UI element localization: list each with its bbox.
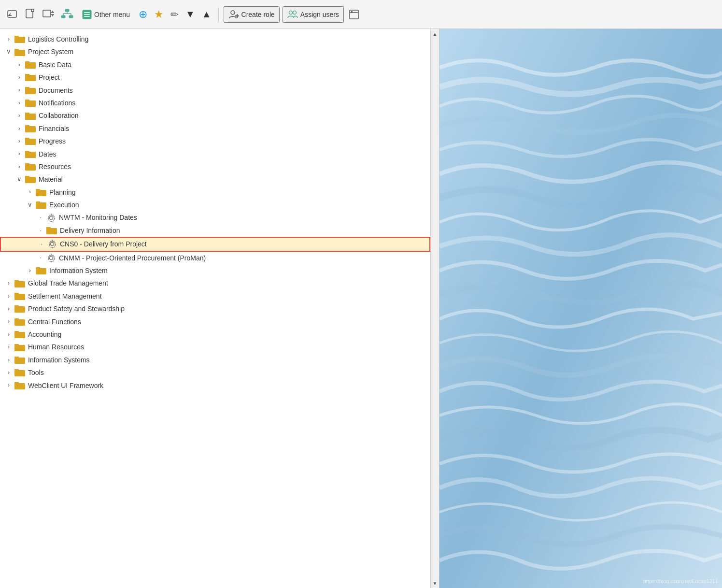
tree-item-global-trade[interactable]: › Global Trade Management	[0, 277, 430, 289]
tree-item-planning[interactable]: › Planning	[0, 186, 430, 199]
tree-item-accounting[interactable]: › Accounting	[0, 328, 430, 341]
tree-item-notifications[interactable]: › Notifications	[0, 97, 430, 109]
tree-toggle-information-system[interactable]: ›	[26, 266, 34, 276]
svg-point-16	[231, 11, 235, 14]
move-up-icon[interactable]: ▲	[200, 7, 213, 22]
svg-rect-58	[36, 267, 40, 269]
tree-toggle-accounting[interactable]: ›	[5, 330, 13, 340]
svg-rect-49	[36, 189, 40, 191]
tree-item-tools[interactable]: › Tools	[0, 366, 430, 379]
svg-rect-27	[14, 49, 19, 51]
user-export-icon[interactable]	[5, 7, 20, 22]
tree-item-webclient-ui[interactable]: › WebClient UI Framework	[0, 379, 430, 392]
tree-item-project[interactable]: › Project	[0, 71, 430, 84]
svg-rect-76	[14, 382, 19, 384]
tree-item-resources[interactable]: › Resources	[0, 160, 430, 173]
tree-item-basic-data[interactable]: › Basic Data	[0, 58, 430, 71]
tree-item-cns0[interactable]: · CNS0 - Delivery from Project	[0, 237, 430, 251]
tree-toggle-product-safety[interactable]: ›	[5, 304, 13, 314]
tree-toggle-cnmm[interactable]: ·	[37, 253, 44, 263]
toolbar: Other menu ⊕ ★ ✏ ▼ ▲ Create role Assign …	[0, 0, 722, 29]
tree-item-dates[interactable]: › Dates	[0, 148, 430, 160]
favorite-add-icon[interactable]: ⊕	[137, 6, 149, 23]
tree-toggle-information-systems[interactable]: ›	[5, 355, 13, 365]
tree-toggle-financials[interactable]: ›	[15, 124, 23, 134]
folder-icon-logistics-controlling	[14, 35, 25, 43]
folder-icon-resources	[25, 162, 36, 171]
edit-icon[interactable]: ✏	[169, 7, 181, 22]
tree-item-central-functions[interactable]: › Central Functions	[0, 316, 430, 328]
folder-icon-information-systems	[14, 356, 25, 364]
tree-toggle-human-resources[interactable]: ›	[5, 342, 13, 352]
tree-item-human-resources[interactable]: › Human Resources	[0, 341, 430, 353]
svg-rect-64	[14, 305, 19, 307]
move-down-icon[interactable]: ▼	[184, 7, 197, 22]
tree-toggle-basic-data[interactable]: ›	[15, 60, 23, 70]
tree-item-delivery-info[interactable]: · Delivery Information	[0, 224, 430, 237]
tree-toggle-progress[interactable]: ›	[15, 136, 23, 146]
tree-item-financials[interactable]: › Financials	[0, 122, 430, 135]
svg-rect-70	[14, 344, 19, 346]
tree-toggle-global-trade[interactable]: ›	[5, 278, 13, 288]
tree-item-nwtm[interactable]: · NWTM - Monitoring Dates	[0, 211, 430, 224]
assign-users-button[interactable]: Assign users	[283, 6, 344, 23]
tree-toggle-documents[interactable]: ›	[15, 85, 23, 95]
folder-icon-dates	[25, 150, 36, 158]
tree-item-material[interactable]: ∨ Material	[0, 173, 430, 186]
svg-rect-35	[25, 100, 29, 101]
tree-toggle-resources[interactable]: ›	[15, 162, 23, 172]
menu-icon	[82, 10, 92, 19]
tree-item-documents[interactable]: › Documents	[0, 84, 430, 97]
tree-item-collaboration[interactable]: › Collaboration	[0, 109, 430, 122]
create-role-button[interactable]: Create role	[224, 6, 280, 23]
tree-toggle-settlement[interactable]: ›	[5, 291, 13, 301]
tree-toggle-central-functions[interactable]: ›	[5, 316, 13, 327]
tree-toggle-planning[interactable]: ›	[26, 187, 34, 197]
tree-toggle-collaboration[interactable]: ›	[15, 111, 23, 121]
tree-item-project-system[interactable]: ∨ Project System	[0, 45, 430, 58]
folder-icon-project-system	[14, 48, 25, 57]
tree-toggle-execution[interactable]: ∨	[26, 200, 34, 210]
tree-toggle-tools[interactable]: ›	[5, 368, 13, 378]
tree-item-product-safety[interactable]: › Product Safety and Stewardship	[0, 302, 430, 315]
tree-label-nwtm: NWTM - Monitoring Dates	[58, 212, 137, 223]
tree-scroll[interactable]: › Logistics Controlling∨ Project System›…	[0, 29, 430, 588]
tree-label-product-safety: Product Safety and Stewardship	[27, 303, 125, 314]
tree-toggle-project-system[interactable]: ∨	[5, 47, 13, 57]
tree-toggle-delivery-info[interactable]: ·	[37, 226, 44, 236]
toolbar-divider	[218, 7, 219, 22]
tree-toggle-logistics-controlling[interactable]: ›	[5, 34, 13, 44]
last-toolbar-icon[interactable]	[347, 7, 361, 22]
tree-item-information-system[interactable]: › Information System	[0, 264, 430, 277]
svg-rect-21	[350, 10, 358, 19]
tree-toggle-webclient-ui[interactable]: ›	[5, 380, 13, 390]
tree-toggle-dates[interactable]: ›	[15, 149, 23, 159]
favorite-delete-icon[interactable]: ★	[152, 6, 166, 23]
tree-toggle-notifications[interactable]: ›	[15, 98, 23, 108]
folder-icon-product-safety	[14, 304, 25, 313]
tree-item-progress[interactable]: › Progress	[0, 135, 430, 147]
tree-toggle-cns0[interactable]: ·	[38, 239, 45, 249]
tree-toggle-project[interactable]: ›	[15, 72, 23, 83]
file-icon[interactable]	[23, 7, 38, 22]
hierarchy-icon[interactable]	[59, 7, 75, 22]
other-menu-button[interactable]: Other menu	[78, 8, 134, 21]
tree-toggle-material[interactable]: ∨	[15, 174, 23, 185]
folder-icon-project	[25, 73, 36, 82]
tree-label-notifications: Notifications	[38, 98, 75, 108]
transfer-icon[interactable]	[41, 7, 56, 22]
gear-icon-cns0	[47, 239, 57, 249]
tree-label-information-systems: Information Systems	[27, 355, 90, 365]
scroll-up-arrow[interactable]: ▲	[431, 30, 439, 38]
tree-item-logistics-controlling[interactable]: › Logistics Controlling	[0, 33, 430, 45]
svg-point-20	[293, 11, 296, 14]
tree-item-execution[interactable]: ∨ Execution	[0, 199, 430, 211]
tree-item-information-systems[interactable]: › Information Systems	[0, 354, 430, 366]
tree-item-cnmm[interactable]: · CNMM - Project-Oriented Procurement (P…	[0, 252, 430, 264]
svg-rect-74	[14, 369, 19, 371]
scroll-down-arrow[interactable]: ▼	[431, 579, 439, 587]
tree-item-settlement[interactable]: › Settlement Management	[0, 290, 430, 302]
folder-icon-human-resources	[14, 343, 25, 352]
tree-toggle-nwtm[interactable]: ·	[37, 213, 44, 223]
svg-point-52	[50, 216, 53, 219]
